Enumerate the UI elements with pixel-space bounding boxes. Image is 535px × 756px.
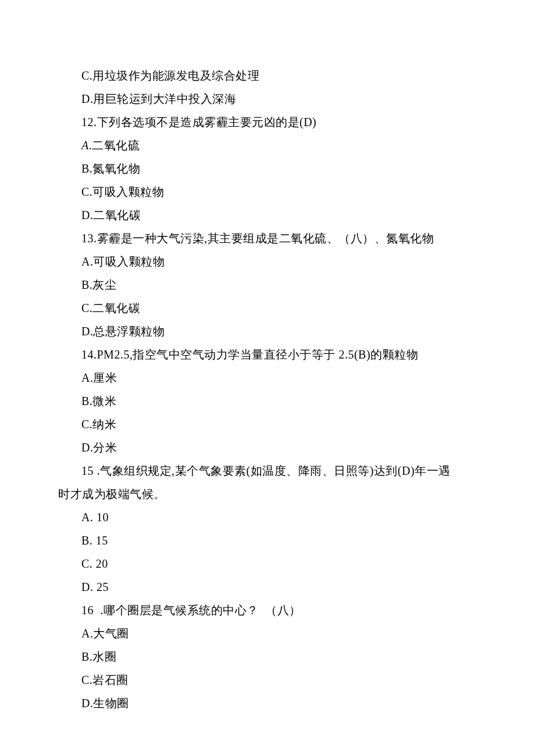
question-line: 12.下列各选项不是造成雾霾主要元凶的是(D) — [52, 110, 483, 134]
question-line: 16 .哪个圈层是气候系统的中心？ （八） — [52, 599, 483, 622]
option-line: C.岩石圈 — [52, 668, 483, 691]
option-line: B.水圈 — [52, 645, 483, 668]
option-line: A. 10 — [52, 506, 483, 529]
option-line: D. 25 — [52, 575, 483, 599]
option-line: C.可吸入颗粒物 — [52, 180, 483, 203]
option-line: A.可吸入颗粒物 — [52, 250, 483, 273]
option-line: B.氮氧化物 — [52, 157, 483, 180]
document-page: C.用垃圾作为能源发电及综合处理 D.用巨轮运到大洋中投入深海 12.下列各选项… — [0, 0, 535, 756]
option-line: A.厘米 — [52, 366, 483, 389]
option-line: B.灰尘 — [52, 273, 483, 296]
question-line-cont: 时才成为极端气候。 — [52, 482, 483, 506]
option-line: D.用巨轮运到大洋中投入深海 — [52, 87, 483, 110]
option-line: C.二氧化碳 — [52, 296, 483, 320]
option-line: B.微米 — [52, 389, 483, 413]
question-line: 15 .气象组织规定,某个气象要素(如温度、降雨、日照等)达到(D)年一遇 — [52, 459, 483, 482]
option-line: D.二氧化碳 — [52, 203, 483, 227]
question-line: 13.雾霾是一种大气污染,其主要组成是二氧化硫、（八）、氮氧化物 — [52, 227, 483, 250]
option-line: B. 15 — [52, 529, 483, 552]
option-line: D.分米 — [52, 436, 483, 459]
option-line: C.用垃圾作为能源发电及综合处理 — [52, 64, 483, 87]
option-text: .二氧化硫 — [89, 139, 140, 152]
option-line: A.二氧化硫 — [52, 134, 483, 157]
option-line: C.纳米 — [52, 413, 483, 436]
question-line: 14.PM2.5,指空气中空气动力学当量直径小于等于 2.5(B)的颗粒物 — [52, 343, 483, 366]
option-line: D.总悬浮颗粒物 — [52, 320, 483, 343]
option-line: D.生物圈 — [52, 691, 483, 715]
option-line: C. 20 — [52, 552, 483, 575]
italic-letter: A — [81, 139, 89, 152]
option-line: A.大气圈 — [52, 622, 483, 645]
